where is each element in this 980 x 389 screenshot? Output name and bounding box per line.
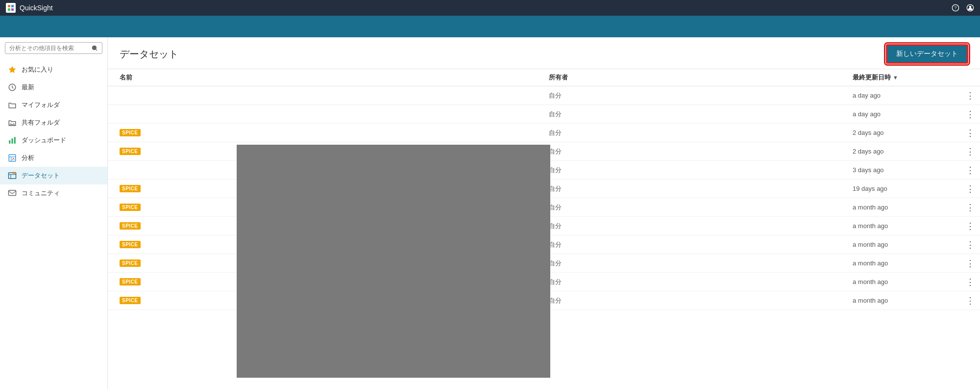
table-header: 名前 所有者 最終更新日時 ▼	[108, 69, 980, 86]
cell-date: a month ago	[853, 204, 960, 211]
sidebar-item-shared-folder[interactable]: 共有フォルダ	[0, 114, 107, 131]
app-logo: QuickSight	[6, 3, 53, 13]
new-dataset-button[interactable]: 新しいデータセット	[886, 44, 968, 64]
sidebar-label-favorites: お気に入り	[22, 65, 53, 74]
user-icon[interactable]	[966, 4, 974, 12]
svg-rect-25	[9, 190, 16, 196]
svg-point-13	[13, 124, 15, 125]
cell-date: a day ago	[853, 110, 960, 118]
row-actions-button[interactable]: ⋮	[960, 258, 980, 269]
spice-badge: SPICE	[120, 259, 141, 267]
cell-owner: 自分	[549, 203, 853, 212]
sidebar-label-analysis: 分析	[22, 154, 34, 162]
row-actions-button[interactable]: ⋮	[960, 109, 980, 120]
cell-date: 2 days ago	[853, 148, 960, 155]
spice-badge: SPICE	[120, 148, 141, 155]
svg-line-9	[96, 50, 98, 51]
row-actions-button[interactable]: ⋮	[960, 202, 980, 213]
logo-icon	[6, 3, 16, 13]
cell-owner: 自分	[549, 296, 853, 305]
cell-owner: 自分	[549, 222, 853, 231]
sort-arrow-icon[interactable]: ▼	[893, 75, 898, 80]
spice-badge: SPICE	[120, 222, 141, 230]
help-icon[interactable]: ?	[952, 4, 959, 12]
cell-date: 19 days ago	[853, 185, 960, 192]
top-bar-actions: ?	[952, 4, 974, 12]
search-input[interactable]	[9, 45, 91, 52]
row-actions-button[interactable]: ⋮	[960, 221, 980, 232]
sidebar-label-dataset: データセット	[22, 171, 60, 180]
row-actions-button[interactable]: ⋮	[960, 128, 980, 138]
svg-text:?: ?	[955, 5, 957, 10]
spice-badge: SPICE	[120, 185, 141, 192]
svg-rect-16	[12, 138, 13, 144]
svg-point-7	[969, 6, 972, 8]
row-actions-button[interactable]: ⋮	[960, 165, 980, 176]
cell-date: 3 days ago	[853, 166, 960, 174]
sidebar-label-recent: 最新	[22, 83, 34, 92]
sidebar-label-shared-folder: 共有フォルダ	[22, 118, 60, 127]
svg-rect-3	[11, 8, 14, 11]
cell-owner: 自分	[549, 166, 853, 175]
cell-date: a month ago	[853, 278, 960, 285]
sidebar-item-recent[interactable]: 最新	[0, 78, 107, 96]
row-actions-button[interactable]: ⋮	[960, 277, 980, 287]
content-header: データセット 新しいデータセット	[108, 37, 980, 69]
content-area: データセット 新しいデータセット 名前 所有者 最終更新日時 ▼	[108, 37, 980, 389]
svg-marker-10	[9, 66, 16, 73]
gray-overlay	[237, 145, 550, 378]
sidebar-label-community: コミュニティ	[22, 189, 60, 198]
cell-owner: 自分	[549, 259, 853, 268]
spice-badge: SPICE	[120, 204, 141, 211]
page-title: データセット	[120, 48, 178, 61]
community-icon	[8, 189, 17, 198]
table-wrapper: 名前 所有者 最終更新日時 ▼ 自分 a day ago ⋮ 自分	[108, 69, 980, 389]
analysis-icon	[8, 154, 17, 162]
row-actions-button[interactable]: ⋮	[960, 295, 980, 306]
cell-owner: 自分	[549, 147, 853, 156]
column-header-date[interactable]: 最終更新日時 ▼	[853, 73, 960, 82]
bar-chart-icon	[8, 136, 17, 145]
spice-badge: SPICE	[120, 278, 141, 285]
main-layout: お気に入り 最新 マイフォルダ 共有フォルダ	[0, 37, 980, 389]
svg-rect-15	[9, 140, 10, 144]
sidebar-item-favorites[interactable]: お気に入り	[0, 61, 107, 78]
sidebar-item-community[interactable]: コミュニティ	[0, 184, 107, 202]
row-actions-button[interactable]: ⋮	[960, 183, 980, 194]
svg-rect-24	[13, 172, 15, 174]
cell-owner: 自分	[549, 91, 853, 100]
search-icon	[91, 45, 98, 52]
svg-rect-17	[14, 137, 16, 144]
dataset-icon	[8, 171, 17, 180]
sidebar-item-dataset[interactable]: データセット	[0, 167, 107, 184]
clock-icon	[8, 83, 17, 92]
cell-date: a day ago	[853, 92, 960, 99]
search-box[interactable]	[5, 42, 102, 54]
row-actions-button[interactable]: ⋮	[960, 146, 980, 157]
cell-name: SPICE	[108, 129, 549, 136]
top-bar: QuickSight ?	[0, 0, 980, 16]
folder-icon	[8, 101, 17, 109]
cell-date: a month ago	[853, 222, 960, 230]
svg-point-8	[92, 46, 96, 50]
svg-rect-2	[8, 8, 10, 11]
svg-point-12	[10, 124, 12, 125]
svg-rect-1	[11, 5, 14, 7]
svg-rect-0	[8, 5, 10, 7]
row-actions-button[interactable]: ⋮	[960, 90, 980, 101]
row-actions-button[interactable]: ⋮	[960, 239, 980, 250]
sidebar-item-my-folder[interactable]: マイフォルダ	[0, 96, 107, 114]
table-row: 自分 a day ago ⋮	[108, 86, 980, 105]
sidebar-label-my-folder: マイフォルダ	[22, 101, 60, 109]
cell-date: a month ago	[853, 241, 960, 248]
app-name: QuickSight	[20, 4, 53, 12]
spice-badge: SPICE	[120, 241, 141, 248]
table-row: SPICE 自分 2 days ago ⋮	[108, 124, 980, 142]
spice-badge: SPICE	[120, 129, 141, 136]
cell-date: a month ago	[853, 297, 960, 304]
sidebar-item-analysis[interactable]: 分析	[0, 149, 107, 167]
sidebar: お気に入り 最新 マイフォルダ 共有フォルダ	[0, 37, 108, 389]
svg-rect-18	[9, 155, 16, 161]
sidebar-item-dashboard[interactable]: ダッシュボード	[0, 131, 107, 149]
cell-date: 2 days ago	[853, 129, 960, 136]
